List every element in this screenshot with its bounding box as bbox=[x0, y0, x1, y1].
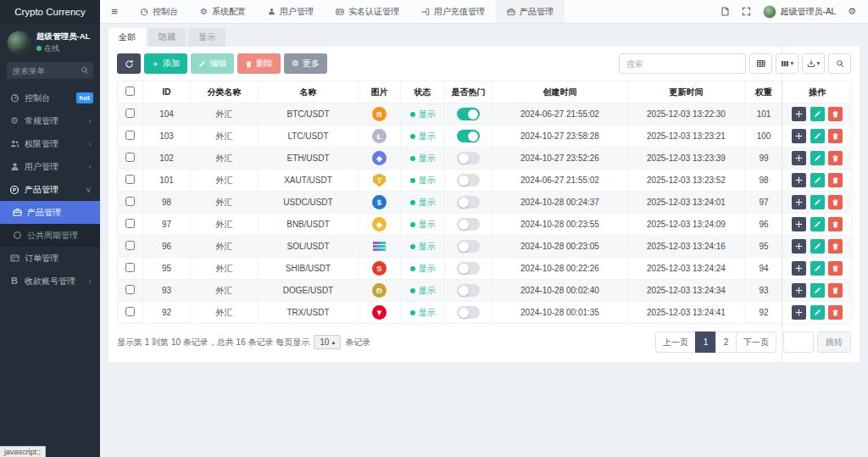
row-delete-button[interactable] bbox=[828, 239, 843, 254]
drag-button[interactable] bbox=[792, 261, 806, 276]
drag-button[interactable] bbox=[792, 173, 806, 187]
search-toggle-button[interactable] bbox=[828, 53, 851, 74]
row-checkbox[interactable] bbox=[125, 175, 135, 184]
sidebar-item-permissions[interactable]: 权限管理 ‹ bbox=[0, 132, 100, 155]
row-checkbox[interactable] bbox=[125, 263, 135, 272]
select-all-checkbox[interactable] bbox=[125, 86, 135, 96]
toggle-view-button[interactable] bbox=[749, 53, 772, 74]
document-icon[interactable] bbox=[721, 7, 730, 16]
add-button[interactable]: 添加 bbox=[144, 53, 187, 74]
drag-button[interactable] bbox=[792, 151, 806, 165]
row-edit-button[interactable] bbox=[810, 261, 825, 276]
row-edit-button[interactable] bbox=[810, 239, 825, 254]
row-checkbox[interactable] bbox=[125, 285, 135, 294]
drag-button[interactable] bbox=[792, 129, 806, 143]
jump-page-input[interactable] bbox=[783, 332, 814, 353]
sidebar-subitem-product-manage[interactable]: 产品管理 bbox=[0, 201, 100, 224]
topnav-item-product-manage[interactable]: 产品管理 bbox=[496, 0, 565, 23]
row-edit-button[interactable] bbox=[810, 195, 825, 209]
table-row[interactable]: 104 外汇 BTC/USDT B 显示 2024-06-27 21:55:02… bbox=[118, 103, 852, 125]
drag-button[interactable] bbox=[792, 283, 806, 298]
delete-button[interactable]: 删除 bbox=[237, 53, 281, 74]
topnav-item-dashboard[interactable]: 控制台 bbox=[129, 0, 189, 23]
hot-toggle[interactable] bbox=[457, 306, 480, 319]
row-checkbox[interactable] bbox=[125, 109, 135, 118]
topnav-item-kyc-manage[interactable]: 实名认证管理 bbox=[325, 0, 410, 23]
menu-toggle-icon[interactable]: ≡ bbox=[100, 0, 129, 23]
tab-visible[interactable]: 显示 bbox=[188, 28, 225, 47]
table-row[interactable]: 93 外汇 DOGE/USDT Ð 显示 2024-10-28 00:02:40… bbox=[118, 280, 852, 302]
export-button[interactable]: ▾ bbox=[802, 53, 825, 74]
table-row[interactable]: 96 外汇 SOL/USDT 显示 2024-10-28 00:23:05 20… bbox=[118, 236, 852, 258]
next-page-button[interactable]: 下一页 bbox=[736, 332, 776, 353]
edit-button[interactable]: 编辑 bbox=[191, 53, 234, 74]
row-delete-button[interactable] bbox=[828, 151, 843, 165]
hot-toggle[interactable] bbox=[457, 240, 480, 253]
hot-toggle[interactable] bbox=[457, 196, 480, 209]
topnav-item-system-config[interactable]: ⚙ 系统配置 bbox=[189, 0, 257, 23]
row-checkbox[interactable] bbox=[125, 131, 135, 140]
table-row[interactable]: 101 外汇 XAUT/USDT T 显示 2024-06-27 21:55:0… bbox=[118, 170, 852, 192]
row-edit-button[interactable] bbox=[810, 173, 825, 187]
row-delete-button[interactable] bbox=[828, 305, 843, 320]
jump-button[interactable]: 跳转 bbox=[817, 332, 851, 353]
page-1-button[interactable]: 1 bbox=[695, 332, 716, 353]
sidebar-item-orders[interactable]: 订单管理 bbox=[0, 247, 100, 270]
refresh-button[interactable] bbox=[117, 53, 141, 74]
row-delete-button[interactable] bbox=[828, 195, 843, 209]
col-id[interactable]: ID bbox=[143, 81, 191, 103]
hot-toggle[interactable] bbox=[457, 218, 480, 231]
table-row[interactable]: 95 外汇 SHIB/USDT S 显示 2024-10-28 00:22:26… bbox=[118, 258, 852, 280]
drag-button[interactable] bbox=[792, 239, 806, 254]
row-edit-button[interactable] bbox=[810, 283, 825, 298]
page-size-select[interactable]: 10▴ bbox=[314, 335, 341, 349]
row-delete-button[interactable] bbox=[828, 283, 843, 298]
settings-gear-icon[interactable]: ⚙ bbox=[848, 6, 856, 17]
drag-button[interactable] bbox=[792, 217, 806, 231]
hot-toggle[interactable] bbox=[457, 262, 480, 275]
row-delete-button[interactable] bbox=[828, 261, 843, 276]
hot-toggle[interactable] bbox=[457, 152, 480, 164]
sidebar-subitem-public-cycle[interactable]: 公共周期管理 bbox=[0, 224, 100, 247]
table-row[interactable]: 102 外汇 ETH/USDT ◆ 显示 2024-10-27 23:52:26… bbox=[118, 148, 852, 170]
row-checkbox[interactable] bbox=[125, 219, 135, 228]
row-edit-button[interactable] bbox=[810, 129, 825, 143]
col-status[interactable]: 状态 bbox=[401, 81, 445, 103]
row-delete-button[interactable] bbox=[828, 129, 843, 143]
row-checkbox[interactable] bbox=[125, 197, 135, 206]
tab-all[interactable]: 全部 bbox=[108, 28, 146, 47]
row-edit-button[interactable] bbox=[810, 107, 825, 121]
row-edit-button[interactable] bbox=[810, 305, 825, 320]
row-delete-button[interactable] bbox=[828, 107, 843, 121]
hot-toggle[interactable] bbox=[457, 130, 480, 142]
col-category[interactable]: 分类名称 bbox=[191, 81, 259, 103]
prev-page-button[interactable]: 上一页 bbox=[655, 332, 696, 353]
page-2-button[interactable]: 2 bbox=[715, 332, 737, 353]
hot-toggle[interactable] bbox=[457, 108, 480, 120]
row-edit-button[interactable] bbox=[810, 151, 825, 165]
more-button[interactable]: ⚙更多 bbox=[284, 53, 327, 74]
tab-hidden[interactable]: 隐藏 bbox=[148, 28, 186, 47]
hot-toggle[interactable] bbox=[457, 284, 480, 297]
user-avatar[interactable] bbox=[7, 31, 31, 54]
row-checkbox[interactable] bbox=[125, 153, 135, 162]
fullscreen-icon[interactable] bbox=[742, 7, 751, 16]
table-row[interactable]: 97 外汇 BNB/USDT ◆ 显示 2024-10-28 00:23:55 … bbox=[118, 214, 852, 236]
drag-button[interactable] bbox=[792, 305, 806, 320]
sidebar-item-general[interactable]: ⚙ 常规管理 ‹ bbox=[0, 109, 100, 132]
col-name[interactable]: 名称 bbox=[259, 81, 359, 103]
drag-button[interactable] bbox=[792, 107, 806, 121]
row-edit-button[interactable] bbox=[810, 217, 825, 231]
row-delete-button[interactable] bbox=[828, 173, 843, 187]
topnav-item-recharge-manage[interactable]: 用户充值管理 bbox=[410, 0, 496, 23]
row-delete-button[interactable] bbox=[828, 217, 843, 231]
sidebar-item-payment-accounts[interactable]: B 收款账号管理 ‹ bbox=[0, 270, 100, 293]
sidebar-item-dashboard[interactable]: 控制台 hot bbox=[0, 86, 100, 109]
row-checkbox[interactable] bbox=[125, 241, 135, 250]
sidebar-item-users[interactable]: 用户管理 ‹ bbox=[0, 155, 100, 178]
topnav-user-menu[interactable]: 超级管理员-AL bbox=[763, 5, 837, 19]
hot-toggle[interactable] bbox=[457, 174, 480, 187]
table-search-input[interactable] bbox=[619, 53, 746, 74]
col-weight[interactable]: 权重 bbox=[745, 81, 783, 103]
table-row[interactable]: 92 外汇 TRX/USDT ▼ 显示 2024-10-28 00:01:35 … bbox=[118, 302, 852, 324]
